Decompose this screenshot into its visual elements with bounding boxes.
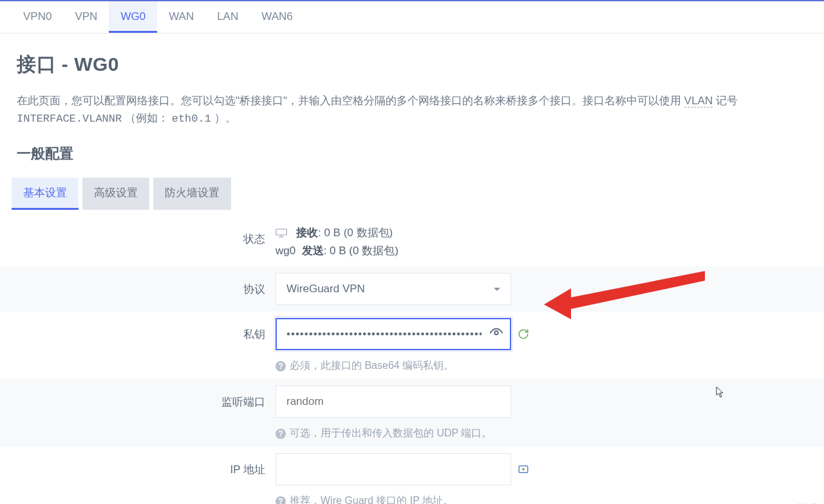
chevron-down-icon	[494, 288, 500, 291]
label-private-key: 私钥	[12, 318, 276, 342]
row-protocol: 协议 WireGuard VPN	[0, 266, 824, 312]
sub-tab-firewall[interactable]: 防火墙设置	[153, 178, 231, 210]
private-key-input[interactable]	[276, 318, 511, 350]
row-listen-port: 监听端口 ? 可选，用于传出和传入数据包的 UDP 端口。	[0, 379, 824, 447]
interface-icon	[276, 229, 287, 238]
help-private-key: ? 必须，此接口的 Base64 编码私钥。	[276, 359, 812, 373]
tab-lan[interactable]: LAN	[205, 1, 250, 33]
page-description: 在此页面，您可以配置网络接口。您可以勾选"桥接接口"，并输入由空格分隔的多个网络…	[0, 87, 824, 139]
sub-tab-advanced[interactable]: 高级设置	[82, 178, 149, 210]
info-icon: ?	[276, 496, 286, 504]
tab-wan6[interactable]: WAN6	[250, 1, 304, 33]
page-title: 接口 - WG0	[17, 51, 807, 78]
reveal-password-icon[interactable]	[489, 326, 503, 342]
row-private-key: 私钥	[0, 312, 824, 379]
info-icon: ?	[276, 429, 286, 439]
row-ip-address: IP 地址 ? 推荐，Wire Guard 接口的 IP 地址。	[0, 447, 824, 504]
tab-vpn0[interactable]: VPN0	[12, 1, 63, 33]
section-title: 一般配置	[0, 139, 824, 171]
tab-wg0[interactable]: WG0	[109, 1, 157, 33]
ip-address-input[interactable]	[276, 453, 511, 485]
protocol-select[interactable]: WireGuard VPN	[276, 273, 511, 305]
interface-tabs: VPN0 VPN WG0 WAN LAN WAN6	[0, 1, 824, 33]
label-listen-port: 监听端口	[12, 386, 276, 409]
sub-tab-basic[interactable]: 基本设置	[12, 178, 79, 210]
label-ip-address: IP 地址	[12, 453, 276, 477]
help-listen-port: ? 可选，用于传出和传入数据包的 UDP 端口。	[276, 427, 812, 440]
help-ip-address: ? 推荐，Wire Guard 接口的 IP 地址。	[276, 494, 812, 504]
sub-tabs: 基本设置 高级设置 防火墙设置	[0, 171, 824, 210]
label-status: 状态	[12, 223, 276, 247]
tab-vpn[interactable]: VPN	[63, 1, 109, 33]
label-protocol: 协议	[12, 273, 276, 297]
tab-wan[interactable]: WAN	[157, 1, 205, 33]
listen-port-input[interactable]	[276, 386, 511, 418]
row-status: 状态 接收: 0 B (0 数据包) wg0 发送: 0 B (0 数据包)	[0, 216, 824, 266]
info-icon: ?	[276, 361, 286, 371]
vlan-link[interactable]: VLAN	[684, 95, 713, 107]
add-ip-icon[interactable]	[518, 463, 529, 475]
svg-rect-0	[276, 229, 287, 235]
svg-point-3	[494, 331, 498, 335]
regenerate-key-icon[interactable]	[518, 328, 529, 340]
